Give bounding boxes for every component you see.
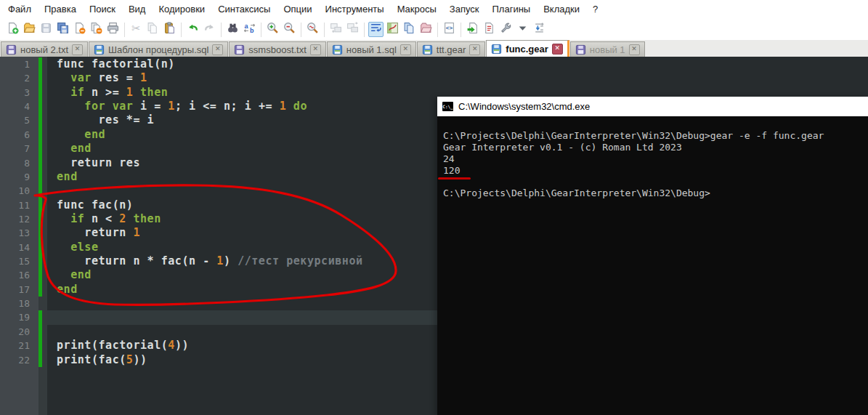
cmd-console[interactable]: C:\Projects\Delphi\GearInterpreter\Win32… (437, 116, 868, 415)
find-icon (227, 22, 239, 37)
tab-close-icon[interactable]: ✕ (629, 44, 640, 55)
cmd-titlebar[interactable]: C:\_ C:\Windows\system32\cmd.exe (437, 97, 868, 116)
cut-icon: ✂ (130, 22, 142, 37)
document-map-icon (386, 22, 399, 37)
code-line: end (57, 170, 363, 184)
tab-0[interactable]: новый 2.txt✕ (1, 41, 88, 57)
svg-text:b: b (250, 27, 254, 34)
doc-switcher-button[interactable] (402, 22, 417, 37)
tab-label: ttt.gear (437, 44, 466, 55)
line-number: 17 (0, 283, 30, 297)
tab-close-icon[interactable]: ✕ (212, 44, 223, 55)
line-number: 9 (0, 170, 30, 184)
menu-item-0[interactable]: Файл (1, 0, 38, 19)
zoom-in-icon (267, 22, 279, 37)
tab-3[interactable]: новый 1.sql✕ (327, 41, 416, 57)
menu-item-9[interactable]: Запуск (443, 0, 486, 19)
menu-item-8[interactable]: Макросы (391, 0, 443, 19)
menu-item-7[interactable]: Инструменты (319, 0, 391, 19)
line-number: 14 (0, 241, 30, 254)
change-marker-column (38, 57, 47, 415)
sync-vertical-icon (330, 22, 342, 37)
tab-close-icon[interactable]: ✕ (552, 44, 563, 55)
menu-item-10[interactable]: Плагины (486, 0, 538, 19)
menu-item-4[interactable]: Кодировки (152, 0, 211, 19)
tab-close-icon[interactable]: ✕ (72, 44, 83, 55)
zoom-restore-button[interactable] (305, 22, 320, 37)
find-button[interactable] (225, 22, 240, 37)
replace-button[interactable]: ab (242, 22, 257, 37)
code-line: end (57, 128, 363, 142)
tab-close-icon[interactable]: ✕ (310, 44, 321, 55)
insert-line-icon (533, 22, 545, 37)
menu-item-5[interactable]: Синтаксисы (211, 0, 277, 19)
code-line: var res = 1 (57, 71, 363, 85)
zoom-in-button[interactable] (265, 22, 280, 37)
zoom-out-button[interactable] (282, 22, 297, 37)
tab-1[interactable]: Шаблон процедуры.sql✕ (89, 41, 228, 57)
line-number: 10 (0, 184, 30, 198)
tab-close-icon[interactable]: ✕ (400, 44, 411, 55)
wrench-button[interactable] (498, 22, 514, 37)
run-doc-button[interactable] (465, 22, 480, 37)
word-wrap-button[interactable] (368, 22, 384, 37)
toolbar-separator (181, 23, 182, 37)
copy-button[interactable] (145, 22, 161, 37)
tab-2[interactable]: ssmsboost.txt✕ (229, 41, 325, 57)
dropdown-icon (516, 22, 529, 37)
project-panel-button[interactable] (418, 22, 434, 37)
open-file-button[interactable] (22, 22, 37, 37)
code-line: res *= i (57, 113, 363, 127)
floppy-icon (332, 44, 343, 55)
line-numbers: 12345678910111213141516171819202122 (0, 57, 30, 367)
new-file-button[interactable] (5, 22, 20, 37)
save-button[interactable] (38, 22, 54, 37)
tab-6[interactable]: новый 1✕ (570, 41, 645, 57)
undo-icon (187, 22, 199, 37)
toolbar-separator (461, 23, 461, 37)
cut-button[interactable]: ✂ (129, 22, 144, 37)
menu-item-1[interactable]: Правка (38, 0, 83, 19)
print-icon (107, 22, 119, 37)
sync-vertical-button[interactable] (328, 22, 344, 37)
tab-label: Шаблон процедуры.sql (108, 44, 208, 55)
open-file-icon (23, 22, 36, 37)
tab-5[interactable]: func.gear✕ (486, 40, 569, 57)
new-file-icon (7, 22, 19, 37)
line-number-gutter: 12345678910111213141516171819202122 (0, 57, 38, 415)
floppy-icon (422, 44, 433, 55)
redo-icon (203, 22, 216, 37)
svg-text:a: a (245, 23, 249, 30)
change-marker (38, 57, 42, 297)
close-all-docs-button[interactable] (89, 22, 104, 37)
dropdown-button[interactable] (515, 22, 530, 37)
menu-item-2[interactable]: Поиск (83, 0, 122, 19)
undo-button[interactable] (185, 22, 200, 37)
tab-label: func.gear (506, 44, 548, 55)
menu-item-11[interactable]: Вкладки (537, 0, 586, 19)
paste-button[interactable] (162, 22, 177, 37)
code-line: return res (57, 156, 363, 170)
line-number: 5 (0, 113, 30, 127)
code-line (57, 184, 363, 198)
tab-close-icon[interactable]: ✕ (469, 44, 480, 55)
document-map-button[interactable] (385, 22, 400, 37)
close-doc-icon (73, 22, 86, 37)
tab-label: новый 1.sql (346, 44, 397, 55)
doc-rules-button[interactable] (482, 22, 497, 37)
redo-button[interactable] (202, 22, 217, 37)
code-line: func fac(n) (57, 198, 363, 212)
insert-line-button[interactable] (532, 22, 547, 37)
print-button[interactable] (105, 22, 121, 37)
menu-item-3[interactable]: Вид (122, 0, 153, 19)
function-list-button[interactable]: <> (442, 22, 457, 37)
close-doc-button[interactable] (72, 22, 87, 37)
menu-item-12[interactable]: ? (586, 0, 604, 19)
menu-item-6[interactable]: Опции (277, 0, 318, 19)
floppy-icon (94, 44, 105, 55)
sync-horizontal-button[interactable] (345, 22, 360, 37)
line-number: 15 (0, 254, 30, 268)
cmd-icon[interactable]: C:\_ (442, 102, 453, 111)
tab-4[interactable]: ttt.gear✕ (417, 41, 485, 57)
save-all-button[interactable] (55, 22, 70, 37)
